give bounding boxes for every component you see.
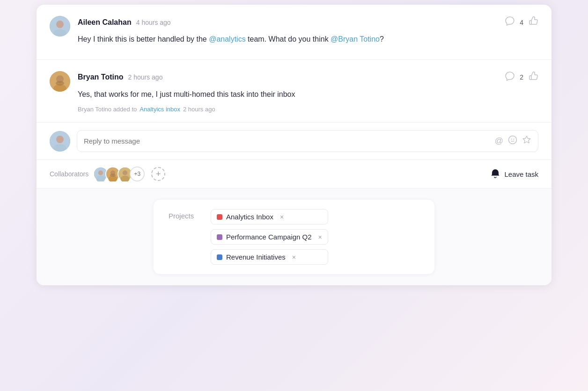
svg-point-10 bbox=[509, 136, 517, 144]
comment-body-1: Aileen Calahan 4 hours ago 4 bbox=[78, 16, 538, 50]
activity-prefix: Bryan Totino added to bbox=[78, 106, 137, 113]
thumbs-up-icon-2[interactable] bbox=[528, 71, 538, 84]
svg-point-19 bbox=[110, 174, 116, 177]
leave-task-label: Leave task bbox=[504, 170, 538, 178]
svg-point-11 bbox=[511, 139, 512, 140]
like-count-1: 4 bbox=[520, 19, 523, 26]
avatar-reply-user bbox=[50, 131, 70, 152]
at-icon[interactable]: @ bbox=[495, 136, 503, 146]
svg-point-8 bbox=[56, 136, 64, 143]
dot-revenue bbox=[217, 254, 222, 260]
author-name-2: Bryan Totino bbox=[78, 73, 123, 81]
avatar-aileen bbox=[50, 16, 70, 36]
timestamp-1: 4 hours ago bbox=[136, 19, 171, 26]
comment-meta-2: Bryan Totino 2 hours ago bbox=[78, 73, 162, 81]
collab-more[interactable]: +3 bbox=[130, 167, 145, 181]
projects-panel: Projects Analytics Inbox × Performance C… bbox=[37, 188, 551, 285]
comment-header-1: Aileen Calahan 4 hours ago 4 bbox=[78, 16, 538, 29]
dot-performance bbox=[217, 234, 222, 240]
svg-point-21 bbox=[123, 170, 128, 175]
remove-analytics[interactable]: × bbox=[280, 213, 284, 221]
svg-point-14 bbox=[98, 170, 103, 175]
project-tag-analytics[interactable]: Analytics Inbox × bbox=[211, 209, 328, 224]
collaborators-label: Collaborators bbox=[50, 170, 88, 178]
like-count-2: 2 bbox=[520, 73, 523, 81]
mention-analytics[interactable]: @analytics bbox=[209, 35, 246, 43]
comment-meta-1: Aileen Calahan 4 hours ago bbox=[78, 18, 171, 27]
project-name-analytics: Analytics Inbox bbox=[226, 213, 273, 221]
chat-icon-1[interactable] bbox=[505, 16, 515, 29]
comment-body-2: Bryan Totino 2 hours ago 2 bbox=[78, 71, 538, 113]
comment-text-2: Yes, that works for me, I just multi-hom… bbox=[78, 88, 538, 101]
avatar-bryan bbox=[50, 71, 70, 92]
timestamp-2: 2 hours ago bbox=[128, 73, 162, 81]
comment-actions-1: 4 bbox=[505, 16, 538, 29]
activity-line: Bryan Totino added to Analtyics inbox 2 … bbox=[78, 106, 538, 113]
dot-analytics bbox=[217, 214, 222, 220]
project-name-performance: Performance Campaign Q2 bbox=[226, 233, 312, 241]
chat-icon-2[interactable] bbox=[505, 71, 515, 84]
comment-text-1: Hey I think this is better handled by th… bbox=[78, 33, 538, 45]
svg-point-12 bbox=[514, 139, 514, 140]
comment-item-1: Aileen Calahan 4 hours ago 4 bbox=[37, 5, 551, 60]
projects-tags: Analytics Inbox × Performance Campaign Q… bbox=[211, 209, 328, 265]
reply-section: @ bbox=[37, 123, 551, 160]
mention-bryan[interactable]: @Bryan Totino bbox=[331, 35, 380, 43]
projects-inner: Projects Analytics Inbox × Performance C… bbox=[154, 200, 434, 274]
projects-row: Projects Analytics Inbox × Performance C… bbox=[169, 209, 419, 265]
projects-label: Projects bbox=[169, 209, 201, 220]
reply-input[interactable] bbox=[84, 137, 491, 145]
reply-input-wrapper[interactable]: @ bbox=[77, 130, 538, 152]
bell-icon bbox=[490, 168, 500, 180]
emoji-icon[interactable] bbox=[508, 135, 517, 147]
collaborators-left: Collaborators bbox=[50, 167, 165, 181]
comment-item-2: Bryan Totino 2 hours ago 2 bbox=[37, 60, 551, 123]
remove-revenue[interactable]: × bbox=[292, 253, 296, 261]
collab-add-button[interactable]: + bbox=[151, 167, 165, 181]
svg-point-1 bbox=[56, 21, 64, 28]
activity-link[interactable]: Analtyics inbox bbox=[140, 106, 180, 113]
project-name-revenue: Revenue Initiatives bbox=[226, 253, 286, 261]
activity-suffix: 2 hours ago bbox=[183, 106, 215, 113]
thumbs-up-icon-1[interactable] bbox=[528, 16, 538, 29]
main-card: Aileen Calahan 4 hours ago 4 bbox=[37, 5, 551, 285]
collaborators-avatars: +3 bbox=[93, 167, 145, 181]
comment-header-2: Bryan Totino 2 hours ago 2 bbox=[78, 71, 538, 84]
reply-input-icons: @ bbox=[495, 135, 531, 147]
project-tag-performance[interactable]: Performance Campaign Q2 × bbox=[211, 229, 328, 245]
remove-performance[interactable]: × bbox=[318, 233, 322, 241]
leave-task-button[interactable]: Leave task bbox=[490, 168, 538, 180]
comment-actions-2: 2 bbox=[505, 71, 538, 84]
collaborators-section: Collaborators bbox=[37, 160, 551, 188]
author-name-1: Aileen Calahan bbox=[78, 18, 132, 27]
star-icon[interactable] bbox=[522, 135, 531, 147]
svg-point-6 bbox=[56, 81, 64, 86]
project-tag-revenue[interactable]: Revenue Initiatives × bbox=[211, 249, 328, 265]
